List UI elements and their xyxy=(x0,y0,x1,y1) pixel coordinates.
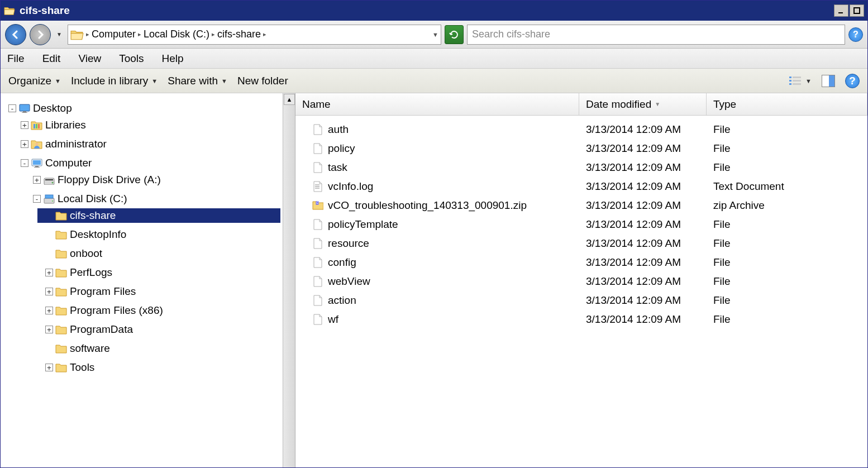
tree-item-programfiles[interactable]: +Program Files xyxy=(45,284,293,299)
file-list-header: Name Date modified▼ Type xyxy=(295,93,867,116)
file-row[interactable]: task3/13/2014 12:09 AMFile xyxy=(295,158,867,177)
file-row[interactable]: policy3/13/2014 12:09 AMFile xyxy=(295,139,867,158)
menu-view[interactable]: View xyxy=(78,52,101,65)
search-input[interactable]: Search cifs-share xyxy=(467,25,845,45)
file-name: policy xyxy=(328,142,355,155)
menu-file[interactable]: File xyxy=(7,52,25,65)
expand-icon[interactable]: + xyxy=(45,288,53,295)
folder-icon xyxy=(55,211,68,221)
breadcrumb-part-0[interactable]: Computer xyxy=(92,28,136,40)
column-date[interactable]: Date modified▼ xyxy=(579,93,707,115)
libraries-icon xyxy=(31,120,43,130)
breadcrumb-dropdown-icon[interactable]: ▼ xyxy=(432,31,438,38)
tree-item-localdisk[interactable]: -Local Disk (C:) xyxy=(33,192,293,206)
file-type: File xyxy=(713,237,731,250)
share-with-button[interactable]: Share with▼ xyxy=(168,75,227,87)
monitor-icon xyxy=(18,103,31,113)
tree-item-libraries[interactable]: +Libraries xyxy=(21,118,293,132)
file-row[interactable]: webView3/13/2014 12:09 AMFile xyxy=(295,272,867,291)
tree-item-software[interactable]: software xyxy=(45,341,293,356)
file-row[interactable]: wf3/13/2014 12:09 AMFile xyxy=(295,310,867,329)
tree-item-computer[interactable]: -Computer xyxy=(21,156,293,170)
file-row[interactable]: config3/13/2014 12:09 AMFile xyxy=(295,253,867,272)
file-row[interactable]: policyTemplate3/13/2014 12:09 AMFile xyxy=(295,215,867,234)
breadcrumb-sep[interactable]: ▸ xyxy=(138,31,141,38)
collapse-icon[interactable]: - xyxy=(21,159,28,167)
view-mode-button[interactable]: ▼ xyxy=(789,75,812,87)
forward-button[interactable] xyxy=(30,24,51,45)
folder-icon xyxy=(55,230,68,240)
column-name[interactable]: Name xyxy=(295,93,579,115)
scroll-up-icon[interactable]: ▲ xyxy=(284,94,295,105)
file-name: vCO_troubleshooting_140313_000901.zip xyxy=(328,199,527,212)
file-type: File xyxy=(713,161,731,174)
window-folder-icon xyxy=(4,6,15,16)
file-row[interactable]: resource3/13/2014 12:09 AMFile xyxy=(295,234,867,253)
column-type[interactable]: Type xyxy=(707,93,867,115)
file-name: webView xyxy=(328,275,370,288)
folder-icon xyxy=(55,249,68,259)
expand-icon[interactable]: + xyxy=(21,121,28,129)
file-icon xyxy=(312,143,323,154)
collapse-icon[interactable]: - xyxy=(8,104,16,112)
file-type: File xyxy=(713,218,731,231)
breadcrumb-part-2[interactable]: cifs-share xyxy=(217,28,261,40)
tree-item-tools[interactable]: +Tools xyxy=(45,360,293,375)
tree-item-administrator[interactable]: +administrator xyxy=(21,137,293,151)
collapse-icon[interactable]: - xyxy=(33,195,41,203)
file-type: File xyxy=(713,256,731,269)
organize-button[interactable]: Organize▼ xyxy=(8,75,61,87)
expand-icon[interactable]: + xyxy=(45,269,53,276)
menu-help[interactable]: Help xyxy=(162,52,184,65)
maximize-button[interactable] xyxy=(850,4,864,17)
nav-history-dropdown[interactable]: ▼ xyxy=(54,30,64,40)
file-icon xyxy=(312,219,323,230)
expand-icon[interactable]: + xyxy=(45,326,53,333)
tree-item-programdata[interactable]: +ProgramData xyxy=(45,322,293,337)
include-in-library-button[interactable]: Include in library▼ xyxy=(71,75,158,87)
back-button[interactable] xyxy=(5,24,26,45)
expand-icon[interactable]: + xyxy=(45,364,53,371)
txt-icon xyxy=(312,181,323,192)
file-icon xyxy=(312,314,323,325)
floppy-icon xyxy=(43,175,55,185)
tree-item-onboot[interactable]: onboot xyxy=(45,246,293,261)
file-row[interactable]: auth3/13/2014 12:09 AMFile xyxy=(295,120,867,139)
toolbar-help-button[interactable]: ? xyxy=(845,74,860,88)
breadcrumb-sep[interactable]: ▸ xyxy=(86,31,89,38)
expand-icon[interactable]: + xyxy=(45,307,53,314)
file-name: vcInfo.log xyxy=(328,180,373,193)
file-icon xyxy=(312,162,323,173)
menu-tools[interactable]: Tools xyxy=(119,52,144,65)
tree-scrollbar[interactable]: ▲ xyxy=(283,93,295,468)
tree-item-cifs-share[interactable]: cifs-share xyxy=(37,208,280,223)
tree-item-desktopinfo[interactable]: DesktopInfo xyxy=(45,227,293,242)
drive-icon xyxy=(43,194,55,204)
file-icon xyxy=(312,276,323,287)
breadcrumb-sep[interactable]: ▸ xyxy=(263,31,266,38)
tree-item-programfilesx86[interactable]: +Program Files (x86) xyxy=(45,303,293,318)
refresh-button[interactable] xyxy=(445,25,464,44)
breadcrumb[interactable]: ▸ Computer ▸ Local Disk (C:) ▸ cifs-shar… xyxy=(68,25,441,45)
tree-item-floppy[interactable]: +Floppy Disk Drive (A:) xyxy=(33,173,293,187)
file-type: File xyxy=(713,275,731,288)
preview-pane-button[interactable] xyxy=(822,75,835,87)
folder-icon xyxy=(55,343,68,354)
file-icon xyxy=(312,295,323,306)
help-button[interactable]: ? xyxy=(848,27,863,42)
new-folder-button[interactable]: New folder xyxy=(237,75,288,87)
breadcrumb-sep[interactable]: ▸ xyxy=(212,31,215,38)
breadcrumb-part-1[interactable]: Local Disk (C:) xyxy=(144,28,209,40)
tree-item-perflogs[interactable]: +PerfLogs xyxy=(45,265,293,280)
menu-edit[interactable]: Edit xyxy=(42,52,61,65)
computer-icon xyxy=(31,158,43,168)
file-row[interactable]: vcInfo.log3/13/2014 12:09 AMText Documen… xyxy=(295,177,867,196)
tree-item-desktop[interactable]: - Desktop xyxy=(8,101,293,116)
minimize-button[interactable] xyxy=(834,4,848,17)
file-row[interactable]: action3/13/2014 12:09 AMFile xyxy=(295,291,867,310)
expand-icon[interactable]: + xyxy=(21,140,28,148)
file-row[interactable]: vCO_troubleshooting_140313_000901.zip3/1… xyxy=(295,196,867,215)
file-name: resource xyxy=(328,237,369,250)
file-type: zip Archive xyxy=(713,199,765,212)
expand-icon[interactable]: + xyxy=(33,176,41,184)
